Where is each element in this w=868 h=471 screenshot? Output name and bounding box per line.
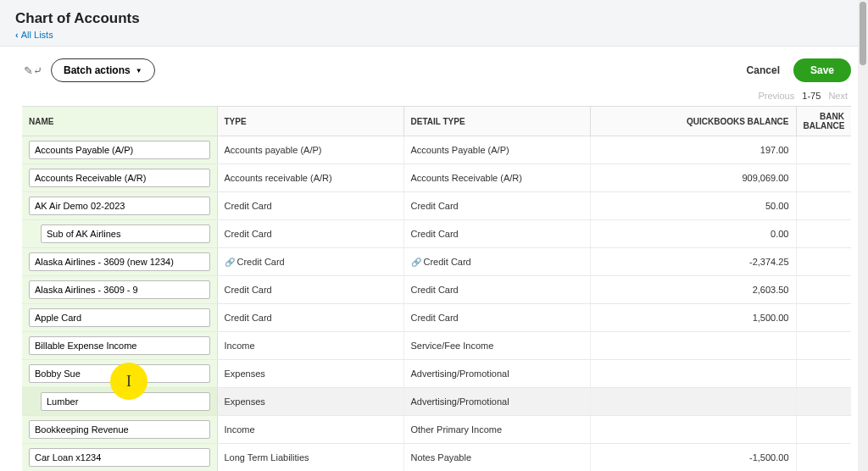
page-title: Chart of Accounts xyxy=(15,10,853,27)
pagination-next[interactable]: Next xyxy=(828,91,848,101)
cell-bank-balance xyxy=(796,304,851,332)
cell-detail: Credit Card xyxy=(403,304,590,332)
table-row: Credit CardCredit Card1,500.00 xyxy=(22,304,851,332)
edit-icon[interactable]: ✎⤶ xyxy=(24,64,42,77)
cell-detail: Notes Payable xyxy=(403,444,590,472)
cell-name xyxy=(22,276,217,304)
cell-detail: Advertising/Promotional xyxy=(403,360,590,388)
account-name-input[interactable] xyxy=(41,392,210,411)
cell-quickbooks-balance xyxy=(590,416,796,444)
cell-quickbooks-balance: -1,500.00 xyxy=(590,444,796,472)
batch-actions-button[interactable]: Batch actions ▼ xyxy=(51,58,155,82)
account-name-input[interactable] xyxy=(29,448,210,467)
cell-detail: Service/Fee Income xyxy=(403,332,590,360)
cell-detail: Accounts Receivable (A/R) xyxy=(403,164,590,192)
cell-name xyxy=(22,444,217,472)
account-name-input[interactable] xyxy=(29,169,210,187)
breadcrumb-all-lists[interactable]: All Lists xyxy=(15,30,53,40)
table-row: Credit CardCredit Card50.00 xyxy=(22,192,851,220)
pagination-previous[interactable]: Previous xyxy=(758,91,794,101)
column-header-quickbooks-balance[interactable]: QUICKBOOKS BALANCE xyxy=(590,107,796,136)
cell-type: Accounts payable (A/P) xyxy=(217,136,403,164)
table-row: Accounts receivable (A/R)Accounts Receiv… xyxy=(22,164,851,192)
account-name-input[interactable] xyxy=(29,420,210,439)
cell-type: Long Term Liabilities xyxy=(217,444,403,472)
cell-bank-balance xyxy=(796,248,851,276)
cell-quickbooks-balance: -2,374.25 xyxy=(590,248,796,276)
table-row: Long Term LiabilitiesNotes Payable-1,500… xyxy=(22,444,851,472)
table-row: ExpensesAdvertising/Promotional xyxy=(22,388,851,416)
cell-detail: Credit Card xyxy=(403,220,590,248)
cell-name xyxy=(22,388,217,416)
column-header-name[interactable]: NAME xyxy=(22,107,217,136)
account-name-input[interactable] xyxy=(29,197,210,215)
cell-detail: Credit Card xyxy=(403,276,590,304)
batch-actions-label: Batch actions xyxy=(64,64,131,76)
cell-bank-balance xyxy=(796,164,851,192)
account-name-input[interactable] xyxy=(29,280,210,299)
table-row: Credit CardCredit Card0.00 xyxy=(22,220,851,248)
cell-bank-balance xyxy=(796,416,851,444)
cell-type: Income xyxy=(217,416,403,444)
cell-type: Income xyxy=(217,332,403,360)
pagination-range: 1-75 xyxy=(802,91,821,101)
cell-type: 🔗Credit Card xyxy=(217,248,403,276)
cell-type: Credit Card xyxy=(217,192,403,220)
table-row: Accounts payable (A/P)Accounts Payable (… xyxy=(22,136,851,164)
table-row: IncomeOther Primary Income xyxy=(22,416,851,444)
chevron-down-icon: ▼ xyxy=(136,67,142,75)
toolbar: ✎⤶ Batch actions ▼ Cancel Save xyxy=(0,47,868,87)
cell-quickbooks-balance xyxy=(590,332,796,360)
scroll-thumb[interactable] xyxy=(860,2,866,65)
cell-quickbooks-balance xyxy=(590,388,796,416)
cell-detail: Advertising/Promotional xyxy=(403,388,590,416)
cell-name xyxy=(22,416,217,444)
cell-detail: Other Primary Income xyxy=(403,416,590,444)
table-row: 🔗Credit Card🔗Credit Card-2,374.25 xyxy=(22,248,851,276)
account-name-input[interactable] xyxy=(29,336,210,355)
pagination: Previous 1-75 Next xyxy=(0,87,868,106)
cell-quickbooks-balance: 2,603.50 xyxy=(590,276,796,304)
account-name-input[interactable] xyxy=(29,141,210,159)
cancel-button[interactable]: Cancel xyxy=(747,64,780,76)
table-row: IncomeService/Fee Income xyxy=(22,332,851,360)
cell-name xyxy=(22,164,217,192)
link-icon: 🔗 xyxy=(225,258,235,267)
account-name-input[interactable] xyxy=(29,308,210,327)
cell-bank-balance xyxy=(796,388,851,416)
save-button[interactable]: Save xyxy=(793,58,851,82)
cell-name xyxy=(22,332,217,360)
cell-quickbooks-balance: 1,500.00 xyxy=(590,304,796,332)
table-row: ExpensesAdvertising/Promotional xyxy=(22,360,851,388)
cell-name xyxy=(22,248,217,276)
column-header-detail[interactable]: DETAIL TYPE xyxy=(403,107,590,136)
column-header-bank-balance[interactable]: BANK BALANCE xyxy=(796,107,851,136)
cell-detail: 🔗Credit Card xyxy=(403,248,590,276)
cell-bank-balance xyxy=(796,332,851,360)
account-name-input[interactable] xyxy=(41,224,210,243)
cell-bank-balance xyxy=(796,276,851,304)
vertical-scrollbar[interactable] xyxy=(858,0,868,471)
cell-bank-balance xyxy=(796,220,851,248)
accounts-table: NAME TYPE DETAIL TYPE QUICKBOOKS BALANCE… xyxy=(22,106,851,471)
account-name-input[interactable] xyxy=(29,252,210,271)
cell-name xyxy=(22,304,217,332)
cell-type: Expenses xyxy=(217,360,403,388)
cell-quickbooks-balance: 909,069.00 xyxy=(590,164,796,192)
cell-quickbooks-balance: 197.00 xyxy=(590,136,796,164)
link-icon: 🔗 xyxy=(411,258,421,267)
page-header: Chart of Accounts All Lists xyxy=(0,0,868,47)
cell-type: Accounts receivable (A/R) xyxy=(217,164,403,192)
cell-bank-balance xyxy=(796,360,851,388)
cell-type: Expenses xyxy=(217,388,403,416)
cell-detail: Accounts Payable (A/P) xyxy=(403,136,590,164)
account-name-input[interactable] xyxy=(29,364,210,383)
table-row: Credit CardCredit Card2,603.50 xyxy=(22,276,851,304)
cell-name xyxy=(22,220,217,248)
cell-type: Credit Card xyxy=(217,220,403,248)
column-header-type[interactable]: TYPE xyxy=(217,107,403,136)
cell-type: Credit Card xyxy=(217,276,403,304)
cell-bank-balance xyxy=(796,136,851,164)
cell-bank-balance xyxy=(796,192,851,220)
cell-quickbooks-balance xyxy=(590,360,796,388)
